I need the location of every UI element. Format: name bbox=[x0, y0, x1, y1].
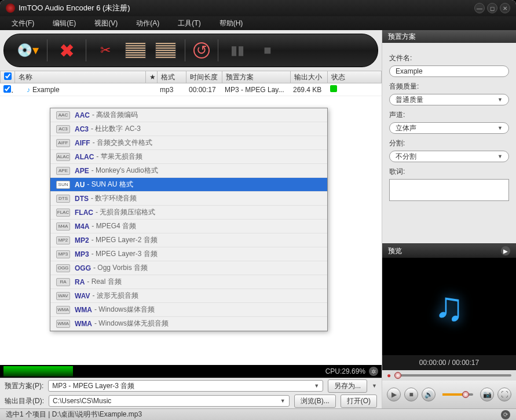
status-settings-icon[interactable]: ⟳ bbox=[501, 410, 510, 419]
split-dropdown[interactable]: 不分割▼ bbox=[389, 151, 509, 162]
snapshot-button[interactable]: 📷 bbox=[480, 388, 494, 401]
convert-button[interactable]: 💿▾ bbox=[17, 39, 39, 61]
table-row[interactable]: ♪Example mp3 00:00:17 MP3 - MPEG Lay... … bbox=[0, 83, 382, 96]
col-outsize[interactable]: 输出大小 bbox=[290, 71, 327, 83]
format-option[interactable]: AIFFAIFF - 音频交换文件格式 bbox=[50, 136, 327, 150]
format-option[interactable]: ALACALAC - 苹果无损音频 bbox=[50, 150, 327, 164]
grid-header: 名称 ★ 格式 时间长度 预置方案 输出大小 状态 bbox=[0, 71, 382, 83]
clip-button[interactable] bbox=[155, 39, 177, 61]
format-option[interactable]: MP2MP2 - MPEG Layer-2 音频 bbox=[50, 233, 327, 247]
remove-button[interactable]: ✖ bbox=[56, 39, 78, 61]
sidebar: 预置方案 文件名: Example 音频质量: 普通质量▼ 声道: 立体声▼ 分… bbox=[382, 30, 516, 408]
save-as-button[interactable]: 另存为... bbox=[328, 379, 367, 393]
format-badge-icon: AAC bbox=[56, 111, 70, 119]
preview-title: 预览 bbox=[388, 246, 402, 256]
menu-item[interactable]: 视图(V) bbox=[85, 16, 127, 31]
statusbar: 选中1 个项目 | D:\桌面\说明书\Example.mp3 ⟳ bbox=[0, 408, 516, 420]
format-option[interactable]: RARA - Real 音频 bbox=[50, 275, 327, 289]
volume-icon[interactable]: 🔊 bbox=[422, 388, 436, 401]
format-option[interactable]: AACAAC - 高级音频编码 bbox=[50, 108, 327, 122]
pause-button[interactable]: ▮▮ bbox=[226, 39, 248, 61]
format-dropdown-list: AACAAC - 高级音频编码AC3AC3 - 杜比数字 AC-3AIFFAIF… bbox=[50, 108, 328, 331]
open-button[interactable]: 打开(O) bbox=[341, 395, 377, 408]
seek-slider[interactable]: ● bbox=[382, 370, 516, 381]
format-badge-icon: WMA bbox=[56, 306, 70, 314]
bottom-controls: 预置方案(P): MP3 - MPEG Layer-3 音频▼ 另存为... ▼… bbox=[0, 378, 382, 408]
col-star[interactable]: ★ bbox=[145, 71, 157, 83]
window-title: ImTOO Audio Encoder 6 (未注册) bbox=[19, 3, 472, 13]
undo-button[interactable]: ↺ bbox=[193, 42, 210, 59]
format-option[interactable]: WMAWMA - Windows媒体音频 bbox=[50, 303, 327, 317]
format-badge-icon: OGG bbox=[56, 264, 70, 272]
menu-item[interactable]: 编辑(E) bbox=[43, 16, 85, 31]
col-preset[interactable]: 预置方案 bbox=[222, 71, 290, 83]
lyrics-textarea[interactable] bbox=[389, 179, 509, 201]
volume-slider[interactable] bbox=[442, 393, 473, 396]
preview-screen: ♫ bbox=[382, 258, 516, 355]
waveform-icon bbox=[3, 366, 73, 377]
minimize-button[interactable]: — bbox=[474, 3, 485, 13]
cut-button[interactable]: ✂ bbox=[94, 39, 116, 61]
browse-button[interactable]: 浏览(B)... bbox=[294, 395, 336, 408]
album-art-icon: ♫ bbox=[434, 283, 464, 330]
preview-time: 00:00:00 / 00:00:17 bbox=[382, 355, 516, 370]
format-option[interactable]: DTSDTS - 数字环绕音频 bbox=[50, 192, 327, 206]
grid-body: ♪Example mp3 00:00:17 MP3 - MPEG Lay... … bbox=[0, 83, 382, 365]
col-duration[interactable]: 时间长度 bbox=[186, 71, 222, 83]
menu-item[interactable]: 帮助(H) bbox=[210, 16, 252, 31]
format-badge-icon: SUN bbox=[56, 181, 70, 189]
lyrics-label: 歌词: bbox=[389, 167, 509, 177]
effects-button[interactable] bbox=[125, 39, 147, 61]
format-option[interactable]: APEAPE - Monkey's Audio格式 bbox=[50, 164, 327, 178]
filename-field[interactable]: Example bbox=[389, 65, 509, 77]
format-badge-icon: AIFF bbox=[56, 139, 70, 147]
music-icon: ♪ bbox=[27, 86, 30, 94]
format-badge-icon: MP2 bbox=[56, 236, 70, 244]
format-option[interactable]: M4AM4A - MPEG4 音频 bbox=[50, 220, 327, 233]
format-option[interactable]: MP3MP3 - MPEG Layer-3 音频 bbox=[50, 247, 327, 261]
settings-icon[interactable]: ✲ bbox=[369, 367, 378, 376]
format-option[interactable]: SUNAU - SUN AU 格式 bbox=[50, 178, 327, 192]
quality-dropdown[interactable]: 普通质量▼ bbox=[389, 94, 509, 105]
app-window: ImTOO Audio Encoder 6 (未注册) — ◻ ✕ 文件(F)编… bbox=[0, 0, 516, 420]
status-badge bbox=[330, 85, 337, 92]
format-badge-icon: WMA bbox=[56, 320, 70, 328]
preview-expand-icon[interactable]: ▶ bbox=[501, 246, 510, 255]
menu-item[interactable]: 文件(F) bbox=[2, 16, 43, 31]
format-option[interactable]: FLACFLAC - 无损音频压缩格式 bbox=[50, 206, 327, 220]
menu-item[interactable]: 动作(A) bbox=[127, 16, 169, 31]
maximize-button[interactable]: ◻ bbox=[487, 3, 497, 13]
split-label: 分割: bbox=[389, 138, 509, 148]
format-option[interactable]: WAVWAV - 波形无损音频 bbox=[50, 289, 327, 303]
fullscreen-button[interactable]: ⛶ bbox=[497, 388, 511, 401]
menubar: 文件(F)编辑(E)视图(V)动作(A)工具(T)帮助(H) bbox=[0, 16, 516, 30]
filename-label: 文件名: bbox=[389, 53, 509, 63]
outdir-label: 输出目录(D): bbox=[5, 396, 44, 406]
toolbar: 💿▾ ✖ ✂ ↺ ▮▮ ■ bbox=[3, 34, 378, 67]
format-option[interactable]: AC3AC3 - 杜比数字 AC-3 bbox=[50, 122, 327, 136]
channel-label: 声道: bbox=[389, 110, 509, 120]
format-option[interactable]: WMAWMA - Windows媒体无损音频 bbox=[50, 317, 327, 331]
format-badge-icon: MP3 bbox=[56, 250, 70, 258]
quality-label: 音频质量: bbox=[389, 82, 509, 92]
preset-dropdown[interactable]: MP3 - MPEG Layer-3 音频▼ bbox=[48, 380, 323, 392]
format-badge-icon: M4A bbox=[56, 222, 70, 231]
col-status[interactable]: 状态 bbox=[327, 71, 381, 83]
app-icon bbox=[6, 3, 15, 13]
stop-playback-button[interactable]: ■ bbox=[404, 388, 418, 401]
channel-dropdown[interactable]: 立体声▼ bbox=[389, 122, 509, 134]
titlebar: ImTOO Audio Encoder 6 (未注册) — ◻ ✕ bbox=[0, 0, 516, 16]
col-format[interactable]: 格式 bbox=[157, 71, 186, 83]
row-checkbox[interactable] bbox=[3, 85, 11, 93]
select-all-checkbox[interactable] bbox=[4, 72, 12, 80]
main-panel: 💿▾ ✖ ✂ ↺ ▮▮ ■ 名称 ★ 格式 bbox=[0, 30, 382, 408]
format-option[interactable]: OGGOGG - Ogg Vorbis 音频 bbox=[50, 261, 327, 275]
col-name[interactable]: 名称 bbox=[14, 71, 145, 83]
stop-button[interactable]: ■ bbox=[257, 39, 279, 61]
close-button[interactable]: ✕ bbox=[500, 3, 510, 13]
format-badge-icon: ALAC bbox=[56, 153, 70, 161]
preset-label: 预置方案(P): bbox=[5, 381, 43, 391]
play-button[interactable]: ▶ bbox=[387, 388, 401, 401]
outdir-field[interactable]: C:\Users\CS\Music▼ bbox=[49, 395, 290, 407]
menu-item[interactable]: 工具(T) bbox=[169, 16, 210, 31]
